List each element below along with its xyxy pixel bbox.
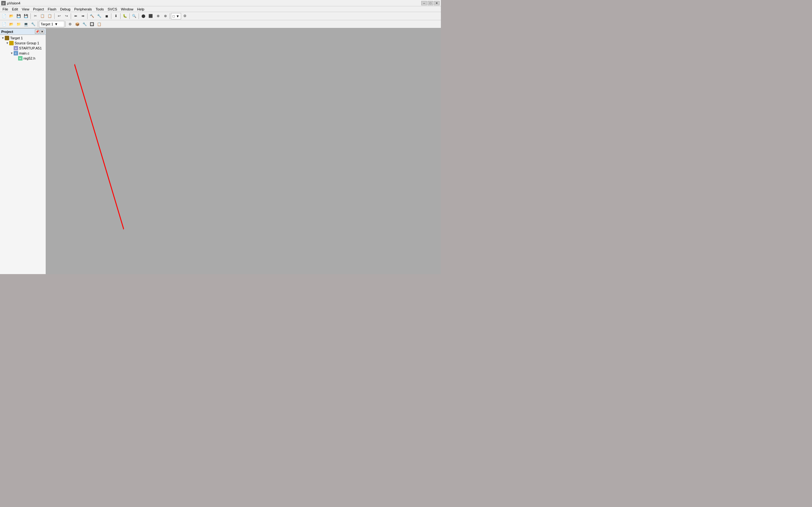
separator-5 [111,13,111,19]
label-mainc: main.c [19,51,29,55]
nav-back-button[interactable]: ⬅ [72,13,79,20]
rebuild-button[interactable]: 🔧 [96,13,103,20]
minimize-button[interactable]: ─ [421,1,427,5]
view-dropdown-arrow: ▼ [176,14,180,18]
menu-item-file[interactable]: File [1,7,10,11]
menu-item-window[interactable]: Window [119,7,135,11]
title-controls: ─ □ ✕ [421,1,440,5]
project-panel: Project 📌 ✕ ▼ Target 1 ▼ Source Gr [0,29,46,274]
menu-bar: FileEditViewProjectFlashDebugPeripherals… [0,6,441,12]
separator-7 [130,13,130,19]
tb2-layout-button[interactable]: 🔲 [89,20,96,27]
project-header-controls: 📌 ✕ [35,30,44,34]
label-startup: STARTUP.A51 [19,46,42,50]
sim-start-button[interactable]: ⬤ [140,13,147,20]
main-layout: Project 📌 ✕ ▼ Target 1 ▼ Source Gr [0,29,441,274]
new-file-button[interactable]: 📄 [1,13,8,20]
svg-line-0 [74,64,124,229]
tb2-btn1[interactable]: 📄 [1,20,8,27]
separator-2 [54,13,55,19]
paste-button[interactable]: 📋 [46,13,53,20]
menu-item-edit[interactable]: Edit [10,7,20,11]
menu-item-peripherals[interactable]: Peripherals [72,7,94,11]
asm-icon-shape: A [14,46,18,50]
maximize-button[interactable]: □ [427,1,433,5]
debug-button[interactable]: 🐛 [121,13,129,20]
project-tree: ▼ Target 1 ▼ Source Group 1 ▶ A [0,35,46,274]
separator-4 [87,13,88,19]
group-icon-shape [9,41,14,45]
tb2-copy2-button[interactable]: 📋 [96,20,103,27]
menu-item-svcs[interactable]: SVCS [106,7,119,11]
tb2-package-button[interactable]: 📦 [74,20,81,27]
menu-item-flash[interactable]: Flash [46,7,58,11]
tb2-wrench-button[interactable]: 🔧 [81,20,88,27]
title-text: µVision4 [7,1,20,5]
tree-item-sourcegroup1[interactable]: ▼ Source Group 1 [0,41,46,46]
tree-item-target1[interactable]: ▼ Target 1 [0,36,46,41]
menu-item-tools[interactable]: Tools [94,7,106,11]
separator-11 [65,21,66,27]
title-bar-left: µ µVision4 [1,1,20,5]
settings-button[interactable]: ⚙ [182,13,189,20]
build-button[interactable]: 🔨 [89,13,96,20]
project-panel-close[interactable]: ✕ [40,30,44,34]
stop-build-button[interactable]: ⏹ [103,13,110,20]
sim-stop-button[interactable]: ⬛ [147,13,154,20]
target-dropdown[interactable]: Target 1 ▼ [39,21,64,27]
icon-target1 [4,36,9,40]
view-dropdown-label: □ [172,14,175,18]
label-sourcegroup1: Source Group 1 [14,41,39,45]
separator-1 [31,13,31,19]
download-button[interactable]: ⬇ [112,13,119,20]
open-button[interactable]: 📂 [8,13,15,20]
sim-magic-button[interactable]: ⊗ [162,13,169,20]
app-icon: µ [1,1,6,5]
nav-forward-button[interactable]: ➡ [79,13,86,20]
icon-startup: A [13,46,18,50]
editor-area [46,29,441,274]
c-icon-shape: C [14,51,18,55]
sim-reset-button[interactable]: ⊕ [154,13,161,20]
separator-9 [170,13,170,19]
copy-button[interactable]: 📋 [39,13,46,20]
h-icon-shape: H [18,56,22,60]
menu-item-project[interactable]: Project [31,7,46,11]
tb2-btn5[interactable]: 🔧 [30,20,37,27]
project-panel-title: Project [1,30,13,34]
tree-item-mainc[interactable]: ▼ C main.c [0,51,46,56]
find-button[interactable]: 🔍 [131,13,138,20]
project-panel-header: Project 📌 ✕ [0,29,46,35]
target-name-label: Target 1 [41,22,53,26]
tb2-gear-button[interactable]: ⚙ [67,20,73,27]
tb2-btn2[interactable]: 📂 [8,20,15,27]
icon-mainc: C [13,51,18,55]
menu-item-debug[interactable]: Debug [58,7,72,11]
separator-6 [120,13,120,19]
separator-8 [139,13,139,19]
tree-item-reg52[interactable]: ▶ H reg52.h [0,56,46,61]
save-all-button[interactable]: 💾 [22,13,30,20]
menu-item-view[interactable]: View [20,7,32,11]
icon-reg52: H [18,56,23,60]
expand-mainc[interactable]: ▼ [10,52,13,55]
separator-3 [71,13,71,19]
save-button[interactable]: 💾 [15,13,22,20]
expand-sourcegroup1[interactable]: ▼ [6,42,9,45]
view-dropdown[interactable]: □ ▼ [171,13,181,19]
toolbar2: 📄 📂 📁 💻 🔧 Target 1 ▼ ⚙ 📦 🔧 🔲 📋 [0,20,441,29]
tree-item-startup[interactable]: ▶ A STARTUP.A51 [0,46,46,51]
redo-button[interactable]: ↪ [63,13,70,20]
cut-button[interactable]: ✂ [32,13,39,20]
target-dropdown-arrow: ▼ [55,22,58,26]
expand-target1[interactable]: ▼ [1,37,4,40]
project-panel-pin[interactable]: 📌 [35,30,39,34]
undo-button[interactable]: ↩ [55,13,62,20]
tb2-btn4[interactable]: 💻 [22,20,30,27]
menu-item-help[interactable]: Help [135,7,146,11]
close-button[interactable]: ✕ [434,1,440,5]
toolbar1: 📄 📂 💾 💾 ✂ 📋 📋 ↩ ↪ ⬅ ➡ 🔨 🔧 ⏹ ⬇ 🐛 🔍 ⬤ ⬛ ⊕ … [0,12,441,20]
title-bar: µ µVision4 ─ □ ✕ [0,0,441,6]
separator-10 [38,21,38,27]
tb2-btn3[interactable]: 📁 [15,20,22,27]
